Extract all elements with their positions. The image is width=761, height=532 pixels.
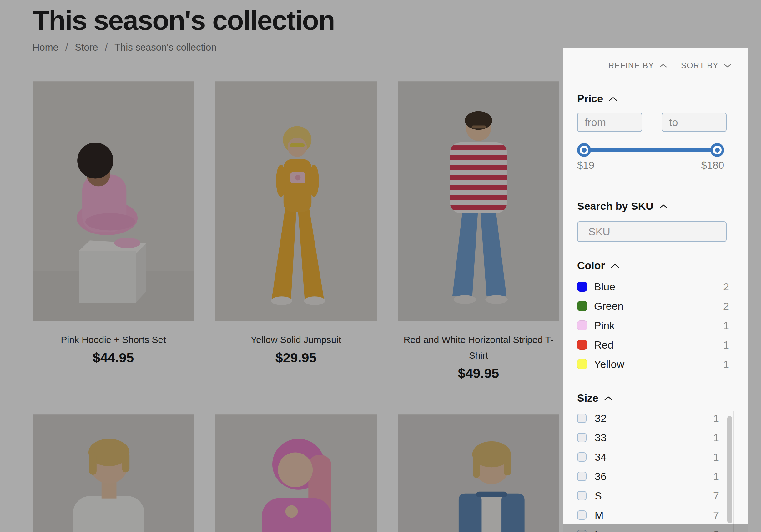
color-option-count: 1	[723, 339, 729, 351]
chevron-up-icon	[604, 396, 613, 401]
color-swatch-green	[577, 301, 587, 311]
color-heading: Color	[577, 259, 605, 272]
price-slider	[577, 143, 724, 157]
chevron-up-icon	[609, 96, 617, 102]
sku-search-box	[577, 221, 727, 242]
size-checkbox-36[interactable]	[577, 472, 587, 481]
price-slider-max-handle[interactable]	[710, 143, 724, 157]
color-section-header[interactable]: Color	[577, 259, 619, 272]
chevron-up-icon	[659, 63, 667, 68]
color-swatch-yellow	[577, 359, 587, 369]
color-option-label: Green	[594, 300, 624, 312]
color-option-label: Red	[594, 339, 614, 351]
dim-overlay-right	[748, 47, 761, 532]
color-option-count: 1	[723, 358, 729, 370]
color-option-label: Yellow	[594, 358, 624, 370]
size-option-label: 33	[595, 432, 607, 444]
color-option-label: Pink	[594, 319, 615, 332]
dim-overlay-bottom	[563, 524, 748, 532]
size-option-label: 36	[595, 470, 607, 483]
price-to-input[interactable]	[662, 113, 727, 132]
price-max-label: $180	[701, 159, 724, 171]
size-scrollbar-track[interactable]	[733, 411, 734, 532]
color-option-list: Blue 2 Green 2 Pink 1 Red 1 Yellow 1	[577, 281, 729, 378]
size-option-34[interactable]: 34 1	[577, 452, 719, 462]
chevron-up-icon	[659, 203, 668, 209]
color-swatch-blue	[577, 282, 587, 292]
color-option-count: 2	[723, 300, 729, 312]
chevron-up-icon	[611, 263, 619, 269]
size-checkbox-32[interactable]	[577, 413, 587, 423]
price-slider-labels: $19 $180	[577, 159, 724, 171]
price-min-label: $19	[577, 159, 594, 171]
size-checkbox-34[interactable]	[577, 452, 587, 462]
size-option-count: 7	[713, 490, 719, 502]
size-checkbox-s[interactable]	[577, 491, 587, 501]
sku-section-header[interactable]: Search by SKU	[577, 200, 668, 212]
price-range-separator: –	[642, 116, 662, 129]
sort-by-label: SORT BY	[681, 61, 719, 70]
color-swatch-pink	[577, 320, 587, 330]
dim-overlay-left	[0, 47, 563, 532]
refine-by-toggle[interactable]: REFINE BY	[609, 61, 667, 70]
size-option-label: S	[595, 490, 602, 502]
size-checkbox-33[interactable]	[577, 433, 587, 442]
size-option-label: 34	[595, 451, 607, 463]
sku-heading: Search by SKU	[577, 200, 654, 212]
color-option-blue[interactable]: Blue 2	[577, 281, 729, 292]
color-option-red[interactable]: Red 1	[577, 340, 729, 350]
size-option-count: 1	[713, 432, 719, 444]
price-section-header[interactable]: Price	[577, 92, 617, 105]
price-from-input[interactable]	[577, 113, 642, 132]
size-option-label: M	[595, 509, 604, 521]
size-heading: Size	[577, 392, 598, 404]
price-slider-track	[579, 148, 722, 152]
color-swatch-red	[577, 340, 587, 350]
size-option-count: 1	[713, 451, 719, 463]
dim-overlay-top	[0, 0, 761, 47]
sort-by-toggle[interactable]: SORT BY	[681, 61, 732, 70]
size-option-list: 32 1 33 1 34 1 36 1 S 7	[577, 413, 719, 532]
color-option-yellow[interactable]: Yellow 1	[577, 359, 729, 369]
color-option-pink[interactable]: Pink 1	[577, 320, 729, 331]
color-option-count: 1	[723, 319, 729, 332]
refine-by-label: REFINE BY	[609, 61, 654, 70]
sku-search-input[interactable]	[588, 226, 727, 238]
size-section-header[interactable]: Size	[577, 392, 613, 404]
size-option-32[interactable]: 32 1	[577, 413, 719, 423]
color-option-count: 2	[723, 281, 729, 293]
price-range-inputs: –	[577, 113, 727, 132]
toolbar: REFINE BY SORT BY	[609, 61, 732, 70]
size-option-count: 1	[713, 412, 719, 424]
color-option-label: Blue	[594, 281, 615, 293]
size-option-m[interactable]: M 7	[577, 510, 719, 520]
size-checkbox-m[interactable]	[577, 510, 587, 520]
color-option-green[interactable]: Green 2	[577, 301, 729, 311]
size-option-count: 7	[713, 509, 719, 521]
size-option-33[interactable]: 33 1	[577, 433, 719, 442]
chevron-down-icon	[724, 63, 732, 68]
size-option-label: 32	[595, 412, 607, 424]
size-option-36[interactable]: 36 1	[577, 472, 719, 481]
store-page: This season's collection Home / Store / …	[0, 0, 761, 532]
size-option-count: 1	[713, 470, 719, 483]
size-scrollbar-thumb[interactable]	[727, 416, 732, 523]
price-slider-min-handle[interactable]	[577, 143, 591, 157]
filter-sidebar: REFINE BY SORT BY Price – $19 $180	[563, 47, 748, 532]
price-heading: Price	[577, 92, 603, 105]
size-option-s[interactable]: S 7	[577, 491, 719, 501]
